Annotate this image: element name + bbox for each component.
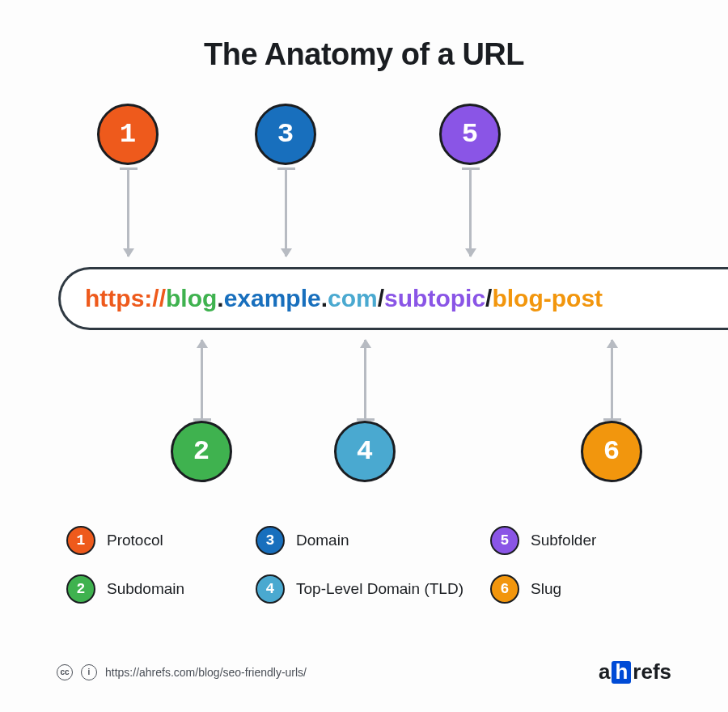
- legend-badge-2: 2: [66, 574, 95, 604]
- legend-badge-1: 1: [66, 526, 95, 555]
- url-slug: blog-post: [492, 285, 603, 312]
- legend-badge-4: 4: [256, 574, 285, 604]
- legend-badge-3: 3: [256, 526, 285, 555]
- legend: 1 Protocol 3 Domain 5 Subfolder 2 Subdom…: [66, 526, 671, 604]
- legend-label-2: Subdomain: [107, 580, 184, 598]
- brand-logo: ahrefs: [599, 659, 671, 684]
- footer-left: cc i https://ahrefs.com/blog/seo-friendl…: [57, 664, 307, 680]
- url-protocol: https://: [85, 285, 166, 312]
- marker-2: 2: [171, 421, 232, 482]
- url-subfolder: subtopic: [384, 285, 485, 312]
- legend-item-2: 2 Subdomain: [66, 574, 248, 604]
- marker-4: 4: [334, 421, 396, 482]
- source-url: https://ahrefs.com/blog/seo-friendly-url…: [105, 666, 307, 679]
- brand-h: h: [612, 661, 631, 684]
- legend-item-5: 5 Subfolder: [490, 526, 671, 555]
- url-bar: https:// blog . example . com / subtopic…: [58, 267, 728, 330]
- legend-label-1: Protocol: [107, 532, 163, 549]
- connector-6: [611, 340, 613, 421]
- cc-by-icon: i: [81, 664, 97, 680]
- marker-6: 6: [581, 421, 642, 482]
- url-tld: com: [328, 285, 378, 312]
- footer: cc i https://ahrefs.com/blog/seo-friendl…: [57, 659, 671, 684]
- legend-item-4: 4 Top-Level Domain (TLD): [256, 574, 482, 604]
- legend-item-3: 3 Domain: [256, 526, 482, 555]
- legend-label-5: Subfolder: [531, 532, 596, 549]
- cc-icon: cc: [57, 664, 73, 680]
- connector-3: [285, 167, 287, 256]
- legend-badge-6: 6: [490, 574, 519, 604]
- diagram-title: The Anatomy of a URL: [0, 37, 728, 72]
- marker-5: 5: [439, 104, 501, 165]
- url-subdomain: blog: [166, 285, 217, 312]
- brand-a: a: [599, 659, 610, 684]
- connector-4: [364, 340, 366, 421]
- connector-2: [201, 340, 203, 421]
- legend-item-1: 1 Protocol: [66, 526, 248, 555]
- connector-1: [127, 167, 129, 256]
- legend-label-4: Top-Level Domain (TLD): [296, 580, 463, 598]
- url-slash1: /: [378, 285, 384, 312]
- legend-badge-5: 5: [490, 526, 519, 555]
- connector-5: [469, 167, 472, 256]
- marker-1: 1: [97, 104, 159, 165]
- brand-rest: refs: [633, 659, 671, 684]
- marker-3: 3: [255, 104, 316, 165]
- legend-item-6: 6 Slug: [490, 574, 671, 604]
- url-domain: example: [224, 285, 321, 312]
- url-dot2: .: [321, 285, 328, 312]
- url-slash2: /: [485, 285, 492, 312]
- url-dot1: .: [217, 285, 223, 312]
- legend-label-6: Slug: [531, 580, 561, 598]
- legend-label-3: Domain: [296, 532, 349, 549]
